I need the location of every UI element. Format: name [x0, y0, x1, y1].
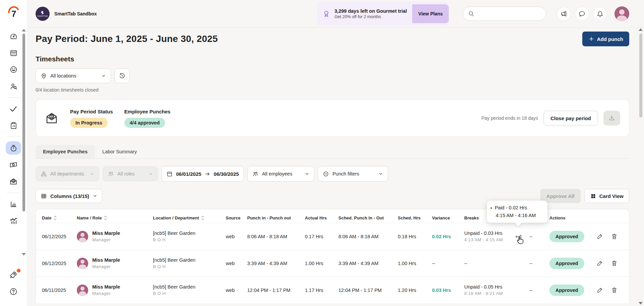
employee-avatar: [77, 285, 88, 296]
employees-filter-select[interactable]: All employees: [247, 166, 314, 182]
calendar-icon: [166, 171, 173, 177]
left-nav-rail: 7 $: [0, 0, 27, 306]
punch-source: web: [226, 261, 243, 266]
punch-department: B O H: [153, 237, 222, 242]
employee-role: Manager: [92, 237, 120, 242]
delete-punch-button[interactable]: [611, 233, 618, 240]
actual-hrs: 0.17 Hrs: [305, 234, 334, 239]
rail-divider: [7, 193, 20, 193]
messages-button[interactable]: [575, 7, 589, 21]
punch-filters-select[interactable]: Punch filters: [318, 166, 388, 182]
plus-icon: [588, 36, 594, 42]
col-punch: Punch in - Punch out: [247, 215, 301, 220]
notifications-button[interactable]: [593, 7, 607, 21]
employee-avatar: [77, 231, 88, 242]
punch-location: [ncb5] Beer Garden: [153, 231, 222, 236]
timesheet-history-button[interactable]: [114, 68, 130, 83]
col-date[interactable]: Date: [42, 215, 73, 221]
location-filter-select[interactable]: All locations: [36, 68, 111, 83]
megaphone-icon: [560, 10, 568, 17]
extra-value: --: [529, 288, 545, 293]
7shifts-logo-icon[interactable]: 7: [6, 5, 21, 20]
nav-time-clock-icon[interactable]: [6, 141, 21, 155]
trial-title: 3,299 days left on Gourmet trial: [334, 8, 407, 14]
nav-engagement-icon[interactable]: [6, 63, 21, 76]
nav-logbook-icon[interactable]: [6, 119, 21, 132]
breaks-main: Unpaid - 0.03 Hrs: [464, 231, 511, 236]
employee-name[interactable]: Miss Marple: [92, 231, 120, 236]
nav-payroll-icon[interactable]: [6, 158, 21, 171]
search-input[interactable]: [477, 11, 541, 16]
date-range-picker[interactable]: 06/01/2025 06/30/2025: [161, 166, 244, 182]
nav-tasks-icon[interactable]: [6, 102, 21, 115]
tab-employee-punches[interactable]: Employee Punches: [36, 145, 95, 158]
card-view-button[interactable]: Card View: [585, 189, 629, 203]
nav-analytics-icon[interactable]: [6, 214, 21, 227]
approve-all-button[interactable]: Approve All: [540, 189, 581, 203]
delete-punch-button[interactable]: [611, 287, 618, 294]
page-scrollbar[interactable]: [639, 28, 643, 305]
nav-reports-icon[interactable]: [6, 197, 21, 211]
col-location-department[interactable]: Location / Department: [153, 215, 222, 221]
employee-punches-label: Employee Punches: [124, 109, 171, 114]
export-button[interactable]: [603, 111, 620, 125]
nav-tips-payouts-icon[interactable]: $: [6, 175, 21, 188]
col-actual-hrs: Actual Hrs: [305, 215, 334, 220]
sched-punch-in-out: 12:04 PM - 1:17 PM: [338, 288, 394, 293]
announcements-button[interactable]: [557, 7, 571, 21]
employee-punches-badge: 4/4 approved: [124, 118, 165, 128]
sort-icon[interactable]: [53, 215, 57, 221]
delete-punch-button[interactable]: [611, 260, 618, 267]
punch-in-out: 12:04 PM - 1:17 PM: [247, 288, 301, 293]
rail-scrollbar[interactable]: [22, 29, 26, 256]
nav-schedule-icon[interactable]: [6, 46, 21, 59]
col-name-role[interactable]: Name / Role: [77, 215, 149, 221]
edit-punch-button[interactable]: [596, 233, 603, 240]
org-chart-icon: [41, 171, 47, 177]
date-from-value: 06/01/2025: [176, 171, 201, 177]
edit-punch-button[interactable]: [596, 260, 603, 267]
punch-date: 06/11/2025: [42, 288, 73, 293]
bullet-icon: •: [490, 205, 492, 211]
location-filter-value: All locations: [50, 73, 98, 79]
breaks-more-link[interactable]: + 1: [515, 234, 525, 239]
close-pay-period-button[interactable]: Close pay period: [543, 111, 598, 125]
rail-scrollbar-thumb[interactable]: [22, 34, 25, 211]
closed-timesheets-note: 0/4 location timesheets closed: [36, 87, 629, 93]
pay-period-ends-note: Pay period ends in 18 days: [481, 115, 538, 121]
nav-whats-new-icon[interactable]: [6, 268, 21, 282]
rail-divider: [7, 97, 20, 98]
view-plans-button[interactable]: View Plans: [412, 4, 449, 23]
employee-avatar: [77, 258, 88, 269]
nav-help-icon[interactable]: [6, 285, 21, 298]
employee-name[interactable]: Miss Marple: [92, 257, 120, 263]
minus-circle-icon: [323, 171, 329, 177]
roles-filter-select: All roles: [103, 166, 158, 181]
extra-value: --: [529, 261, 545, 266]
nav-hiring-icon[interactable]: [6, 80, 21, 93]
timesheets-heading: Timesheets: [36, 55, 629, 63]
trial-subtitle: Get 20% off for 2 months: [334, 14, 407, 19]
global-search[interactable]: [463, 7, 546, 21]
nav-dashboard-icon[interactable]: [6, 29, 21, 43]
company-brand[interactable]: SMARTTAB SmartTab Sandbox: [36, 7, 97, 21]
page-scrollbar-thumb[interactable]: [639, 34, 642, 117]
sched-punch-in-out: 3:39 AM - 4:39 AM: [338, 261, 394, 266]
col-source: Source: [226, 215, 243, 220]
profile-avatar[interactable]: [614, 6, 629, 21]
columns-button[interactable]: Columns (13/15): [36, 189, 102, 203]
variance: --: [432, 261, 460, 266]
add-punch-button[interactable]: Add punch: [582, 32, 629, 46]
breaks-main: Unpaid - 0.05 Hrs: [464, 284, 511, 290]
rail-divider: [7, 137, 20, 137]
sched-punch-in-out: 8:06 AM - 8:18 AM: [338, 234, 394, 239]
employee-name[interactable]: Miss Marple: [92, 284, 120, 290]
sort-icon[interactable]: [104, 215, 107, 221]
tab-labor-summary[interactable]: Labor Summary: [95, 145, 144, 158]
punch-location: [ncb5] Beer Garden: [153, 284, 222, 290]
punch-department: B O H: [153, 291, 222, 296]
edit-punch-button[interactable]: [596, 287, 603, 294]
timesheet-tabs: Employee Punches Labor Summary: [36, 145, 629, 159]
punch-source: web: [226, 288, 243, 293]
sort-icon[interactable]: [201, 215, 205, 221]
